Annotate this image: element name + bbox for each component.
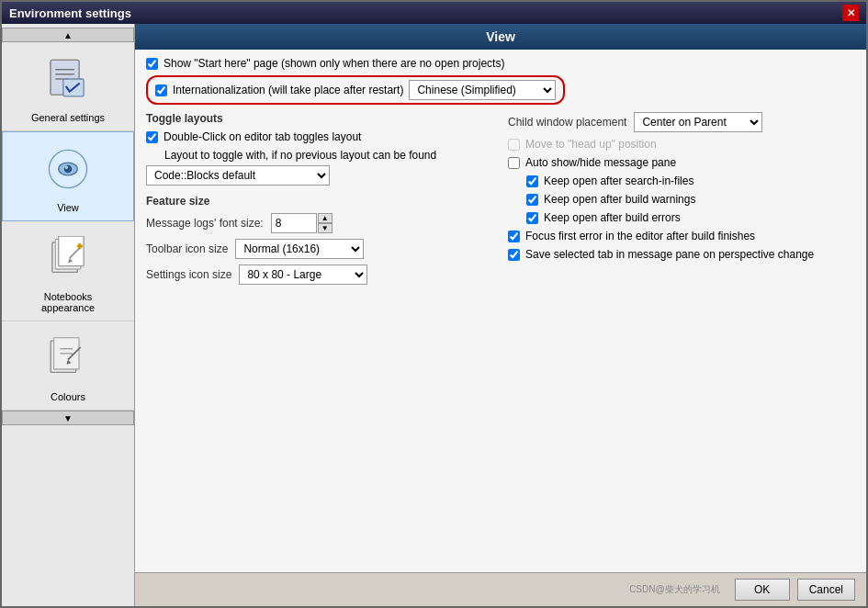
sidebar-scroll-down[interactable]: ▼ <box>2 411 134 425</box>
main-header: View <box>135 24 866 50</box>
keep-open-errors-checkbox[interactable] <box>526 212 538 224</box>
sidebar-item-colours[interactable]: Colours <box>2 321 134 411</box>
title-bar: Environment settings ✕ <box>2 2 866 24</box>
child-window-row: Child window placement Center on Parent <box>508 112 855 132</box>
keep-open-errors-label: Keep open after build errors <box>544 211 681 224</box>
save-selected-tab-label: Save selected tab in message pane on per… <box>525 248 814 261</box>
keep-open-warnings-label: Keep open after build warnings <box>544 193 695 206</box>
toolbar-icon-label: Toolbar icon size <box>146 242 228 255</box>
watermark: CSDN@柴犬的学习机 <box>629 583 720 596</box>
save-selected-tab-checkbox[interactable] <box>508 249 520 261</box>
two-col-layout: Toggle layouts Double-Click on editor ta… <box>146 112 855 290</box>
svg-point-9 <box>65 166 68 169</box>
auto-show-hide-label: Auto show/hide message pane <box>525 156 676 169</box>
message-logs-spin-buttons: ▲ ▼ <box>318 213 333 233</box>
window-title: Environment settings <box>9 6 131 20</box>
view-icon-area <box>39 140 97 198</box>
sidebar-label-notebooks: Notebooksappearance <box>41 291 95 313</box>
keep-open-search-label: Keep open after search-in-files <box>544 175 693 187</box>
sidebar: ▲ General settings <box>2 24 135 606</box>
show-start-here-checkbox[interactable] <box>146 58 158 70</box>
layout-fallback-select[interactable]: Code::Blocks default <box>146 165 330 186</box>
feature-size-section: Feature size Message logs' font size: ▲ … <box>146 195 493 285</box>
intl-checkbox[interactable] <box>155 84 167 96</box>
main-window: Environment settings ✕ ▲ <box>0 0 868 608</box>
move-head-up-checkbox[interactable] <box>508 139 520 151</box>
close-button[interactable]: ✕ <box>842 5 859 21</box>
keep-open-search-checkbox[interactable] <box>526 175 538 187</box>
move-head-up-label: Move to "head up" position <box>525 138 657 151</box>
colours-icon-area <box>39 329 97 388</box>
sidebar-item-view[interactable]: View <box>2 131 134 221</box>
layout-fallback-row: Layout to toggle with, if no previous la… <box>164 149 493 162</box>
toolbar-icon-row: Toolbar icon size Normal (16x16) <box>146 239 493 259</box>
main-panel: View Show "Start here" page (shown only … <box>135 24 866 606</box>
keep-open-warnings-row: Keep open after build warnings <box>526 193 855 206</box>
feature-size-title: Feature size <box>146 195 493 208</box>
message-logs-label: Message logs' font size: <box>146 217 264 230</box>
svg-point-8 <box>64 165 73 174</box>
keep-open-search-row: Keep open after search-in-files <box>526 175 855 187</box>
focus-first-error-label: Focus first error in the editor after bu… <box>525 230 755 242</box>
left-column: Toggle layouts Double-Click on editor ta… <box>146 112 493 290</box>
message-logs-input[interactable] <box>271 213 317 233</box>
sidebar-label-general: General settings <box>31 112 105 123</box>
layout-dropdown-row: Code::Blocks default <box>146 165 493 186</box>
sidebar-label-colours: Colours <box>51 391 85 402</box>
general-settings-icon <box>46 57 90 101</box>
intl-label: Internationalization (will take place af… <box>173 84 403 96</box>
right-column: Child window placement Center on Parent … <box>508 112 855 290</box>
show-start-here-row: Show "Start here" page (shown only when … <box>146 57 855 70</box>
keep-open-warnings-checkbox[interactable] <box>526 194 538 206</box>
content-area: ▲ General settings <box>2 24 866 606</box>
auto-show-hide-row: Auto show/hide message pane <box>508 156 855 169</box>
focus-first-error-checkbox[interactable] <box>508 231 520 242</box>
sidebar-item-notebooks[interactable]: Notebooksappearance <box>2 221 134 321</box>
notebooks-icon-area <box>39 229 97 287</box>
message-logs-spin-up[interactable]: ▲ <box>318 213 333 223</box>
settings-icon-label: Settings icon size <box>146 268 231 281</box>
intl-row: Internationalization (will take place af… <box>146 75 565 105</box>
toggle-layouts-section: Toggle layouts Double-Click on editor ta… <box>146 112 493 186</box>
colours-icon <box>46 336 90 380</box>
intl-language-select[interactable]: Chinese (Simplified) <box>409 80 556 100</box>
save-selected-tab-row: Save selected tab in message pane on per… <box>508 248 855 261</box>
main-title: View <box>486 29 515 44</box>
layout-fallback-label: Layout to toggle with, if no previous la… <box>164 149 436 162</box>
keep-open-errors-row: Keep open after build errors <box>526 211 855 224</box>
message-logs-row: Message logs' font size: ▲ ▼ <box>146 213 493 233</box>
notebooks-icon <box>46 236 90 280</box>
button-bar: CSDN@柴犬的学习机 OK Cancel <box>135 572 866 606</box>
ok-button[interactable]: OK <box>735 579 790 601</box>
view-icon <box>46 147 90 191</box>
general-icon-area <box>39 50 97 108</box>
settings-icon-row: Settings icon size 80 x 80 - Large <box>146 265 493 285</box>
sidebar-scroll-up[interactable]: ▲ <box>2 28 134 42</box>
double-click-toggle-row: Double-Click on editor tab toggles layou… <box>146 130 493 143</box>
auto-show-hide-checkbox[interactable] <box>508 157 520 169</box>
main-content: Show "Start here" page (shown only when … <box>135 50 866 572</box>
message-logs-spin-down[interactable]: ▼ <box>318 223 333 233</box>
sidebar-item-general[interactable]: General settings <box>2 42 134 131</box>
show-start-here-label: Show "Start here" page (shown only when … <box>163 57 504 70</box>
cancel-button[interactable]: Cancel <box>797 579 855 601</box>
toggle-layouts-title: Toggle layouts <box>146 112 493 125</box>
toolbar-icon-select[interactable]: Normal (16x16) <box>235 239 364 259</box>
focus-first-error-row: Focus first error in the editor after bu… <box>508 230 855 242</box>
double-click-toggle-label: Double-Click on editor tab toggles layou… <box>163 130 361 143</box>
settings-icon-select[interactable]: 80 x 80 - Large <box>239 265 367 285</box>
message-logs-spin: ▲ ▼ <box>271 213 333 233</box>
sidebar-label-view: View <box>57 202 79 213</box>
move-head-up-row: Move to "head up" position <box>508 138 855 151</box>
child-window-label: Child window placement <box>508 116 626 129</box>
double-click-toggle-checkbox[interactable] <box>146 131 158 143</box>
child-window-select[interactable]: Center on Parent <box>634 112 762 132</box>
